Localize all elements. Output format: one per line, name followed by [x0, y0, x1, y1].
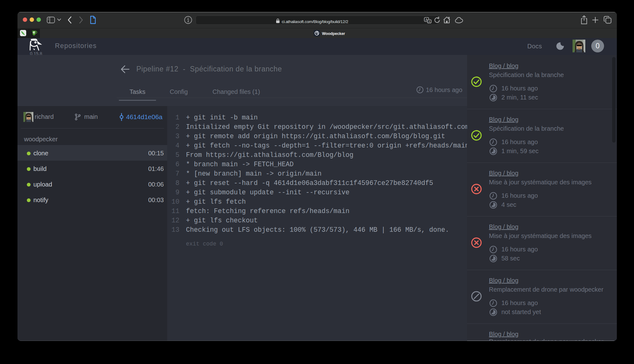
svg-text:文: 文	[428, 20, 431, 23]
